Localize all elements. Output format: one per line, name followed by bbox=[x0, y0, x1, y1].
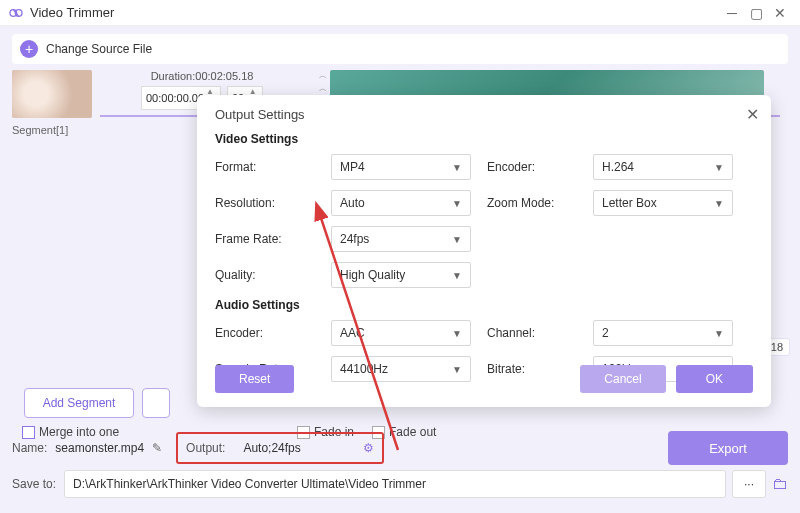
caret-down-icon: ▼ bbox=[714, 162, 724, 173]
window-title: Video Trimmer bbox=[30, 5, 720, 20]
zoom-select[interactable]: Letter Box▼ bbox=[593, 190, 733, 216]
audio-encoder-label: Encoder: bbox=[215, 326, 315, 340]
encoder-label: Encoder: bbox=[487, 160, 577, 174]
resolution-select[interactable]: Auto▼ bbox=[331, 190, 471, 216]
channel-label: Channel: bbox=[487, 326, 577, 340]
audio-encoder-select[interactable]: AAC▼ bbox=[331, 320, 471, 346]
ok-button[interactable]: OK bbox=[676, 365, 753, 393]
caret-down-icon: ▼ bbox=[452, 198, 462, 209]
caret-down-icon: ▼ bbox=[452, 270, 462, 281]
name-label: Name: bbox=[12, 441, 47, 455]
modal-title: Output Settings bbox=[215, 107, 753, 122]
frame-rate-select[interactable]: 24fps▼ bbox=[331, 226, 471, 252]
maximize-button[interactable]: ▢ bbox=[744, 5, 768, 21]
caret-down-icon: ▼ bbox=[714, 328, 724, 339]
duration-label: Duration:00:02:05.18 bbox=[100, 70, 304, 82]
zoom-label: Zoom Mode: bbox=[487, 196, 577, 210]
open-folder-icon[interactable]: 🗀 bbox=[772, 475, 788, 493]
save-path-input[interactable]: D:\ArkThinker\ArkThinker Video Converter… bbox=[64, 470, 726, 498]
audio-settings-heading: Audio Settings bbox=[215, 298, 753, 312]
clip-thumbnail[interactable] bbox=[12, 70, 92, 118]
browse-path-button[interactable]: ··· bbox=[732, 470, 766, 498]
reset-button[interactable]: Reset bbox=[215, 365, 294, 393]
caret-down-icon: ▼ bbox=[714, 198, 724, 209]
encoder-select[interactable]: H.264▼ bbox=[593, 154, 733, 180]
output-settings-modal: Output Settings ✕ Video Settings Format:… bbox=[197, 95, 771, 407]
output-summary-box: Output: Auto;24fps ⚙ bbox=[176, 432, 384, 464]
title-bar: Video Trimmer ─ ▢ ✕ bbox=[0, 0, 800, 26]
minimize-button[interactable]: ─ bbox=[720, 5, 744, 21]
video-settings-heading: Video Settings bbox=[215, 132, 753, 146]
close-window-button[interactable]: ✕ bbox=[768, 5, 792, 21]
change-source-row[interactable]: + Change Source File bbox=[12, 34, 788, 64]
caret-down-icon: ▼ bbox=[452, 162, 462, 173]
export-button[interactable]: Export bbox=[668, 431, 788, 465]
plus-icon: + bbox=[20, 40, 38, 58]
segment-extra-button[interactable] bbox=[142, 388, 170, 418]
seg-up-icon[interactable]: ︿ bbox=[316, 70, 330, 81]
change-source-label: Change Source File bbox=[46, 42, 152, 56]
format-select[interactable]: MP4▼ bbox=[331, 154, 471, 180]
add-segment-button[interactable]: Add Segment bbox=[24, 388, 134, 418]
output-settings-gear-icon[interactable]: ⚙ bbox=[363, 441, 374, 455]
modal-close-icon[interactable]: ✕ bbox=[746, 105, 759, 124]
output-label: Output: bbox=[186, 441, 225, 455]
quality-select[interactable]: High Quality▼ bbox=[331, 262, 471, 288]
filename-value: seamonster.mp4 bbox=[55, 441, 144, 455]
channel-select[interactable]: 2▼ bbox=[593, 320, 733, 346]
frame-rate-label: Frame Rate: bbox=[215, 232, 315, 246]
app-logo-icon bbox=[8, 5, 24, 21]
caret-down-icon: ▼ bbox=[452, 234, 462, 245]
edit-name-icon[interactable]: ✎ bbox=[152, 441, 162, 455]
resolution-label: Resolution: bbox=[215, 196, 315, 210]
output-value: Auto;24fps bbox=[243, 441, 353, 455]
caret-down-icon: ▼ bbox=[452, 328, 462, 339]
save-to-label: Save to: bbox=[12, 477, 56, 491]
seg-mid-icon[interactable]: ︿ bbox=[316, 83, 330, 94]
cancel-button[interactable]: Cancel bbox=[580, 365, 665, 393]
quality-label: Quality: bbox=[215, 268, 315, 282]
format-label: Format: bbox=[215, 160, 315, 174]
